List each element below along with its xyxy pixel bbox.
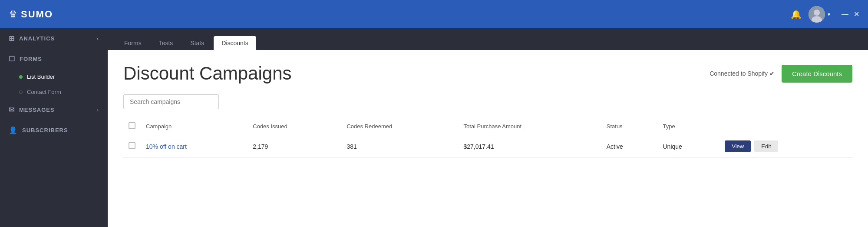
close-button[interactable]: ✕ <box>854 10 859 18</box>
cell-type: Unique <box>658 135 720 158</box>
col-header-actions <box>719 118 852 135</box>
sidebar-item-analytics[interactable]: ⊞ Analytics › <box>0 28 108 49</box>
sidebar-item-subscribers[interactable]: 👤 Subscribers <box>0 120 108 140</box>
chevron-right-icon: › <box>97 36 99 41</box>
inactive-dot-icon <box>19 90 23 94</box>
main-layout: ⊞ Analytics › ☐ Forms List Builder Conta… <box>0 28 868 227</box>
top-right: 🔔 ▾ — ✕ <box>791 6 859 23</box>
svg-point-1 <box>814 10 820 16</box>
row-checkbox-cell <box>123 135 141 158</box>
logo-area: ♛ SUMO <box>9 9 53 20</box>
minimize-button[interactable]: — <box>842 10 848 18</box>
cell-codes-issued: 2,179 <box>248 135 341 158</box>
tab-label: Stats <box>190 40 204 47</box>
header-right: Connected to Shopify ✔ Create Discounts <box>710 65 852 83</box>
avatar-area[interactable]: ▾ <box>809 6 830 23</box>
cell-campaign: 10% off on cart <box>141 135 248 158</box>
connected-shopify-status: Connected to Shopify ✔ <box>710 70 775 77</box>
content-area: Forms Tests Stats Discounts Discount Cam… <box>108 28 868 227</box>
sidebar-subitem-list-builder[interactable]: List Builder <box>0 69 108 84</box>
edit-button[interactable]: Edit <box>754 140 778 152</box>
page-content: Discount Campaigns Connected to Shopify … <box>108 50 868 227</box>
tab-label: Forms <box>124 40 142 47</box>
top-bar: ♛ SUMO 🔔 ▾ — ✕ <box>0 0 868 28</box>
table-header-row: Campaign Codes Issued Codes Redeemed Tot… <box>123 118 852 135</box>
create-discounts-button[interactable]: Create Discounts <box>782 65 852 83</box>
tab-discounts[interactable]: Discounts <box>214 36 256 50</box>
view-button[interactable]: View <box>725 140 751 152</box>
sidebar-item-messages[interactable]: ✉ Messages › <box>0 100 108 120</box>
select-all-checkbox[interactable] <box>129 122 135 129</box>
avatar <box>809 6 825 23</box>
col-header-status: Status <box>601 118 658 135</box>
sidebar-item-label: Analytics <box>19 35 55 42</box>
tab-label: Discounts <box>221 40 248 47</box>
active-dot-icon <box>19 75 23 79</box>
logo-icon: ♛ <box>9 9 17 20</box>
campaign-link[interactable]: 10% off on cart <box>146 143 187 150</box>
col-header-codes-issued: Codes Issued <box>248 118 341 135</box>
col-header-campaign: Campaign <box>141 118 248 135</box>
sidebar-item-forms[interactable]: ☐ Forms <box>0 49 108 69</box>
messages-icon: ✉ <box>9 106 15 114</box>
cell-total-purchase: $27,017.41 <box>458 135 601 158</box>
sidebar-subitem-label: Contact Form <box>27 89 61 95</box>
cell-actions: View Edit <box>719 135 852 158</box>
page-header: Discount Campaigns Connected to Shopify … <box>123 63 852 84</box>
sidebar-subitem-label: List Builder <box>27 73 55 80</box>
campaigns-table: Campaign Codes Issued Codes Redeemed Tot… <box>123 118 852 158</box>
sidebar-item-label: Subscribers <box>22 127 68 134</box>
col-header-total-purchase: Total Purchase Amount <box>458 118 601 135</box>
row-checkbox[interactable] <box>129 142 135 149</box>
sidebar-item-label: Messages <box>19 107 55 113</box>
col-header-type: Type <box>658 118 720 135</box>
tab-label: Tests <box>159 40 173 47</box>
chevron-right-icon: › <box>97 107 99 113</box>
page-title: Discount Campaigns <box>123 63 292 84</box>
subscribers-icon: 👤 <box>9 126 18 134</box>
chevron-down-icon: ▾ <box>828 11 830 17</box>
grid-icon: ⊞ <box>9 34 15 43</box>
cell-status: Active <box>601 135 658 158</box>
sidebar-subitem-contact-form[interactable]: Contact Form <box>0 84 108 100</box>
search-input[interactable] <box>123 94 219 109</box>
bell-icon[interactable]: 🔔 <box>791 9 802 20</box>
tab-tests[interactable]: Tests <box>151 36 181 50</box>
sidebar: ⊞ Analytics › ☐ Forms List Builder Conta… <box>0 28 108 227</box>
tab-bar: Forms Tests Stats Discounts <box>108 28 868 50</box>
select-all-header <box>123 118 141 135</box>
action-buttons: View Edit <box>725 140 847 152</box>
tab-forms[interactable]: Forms <box>116 36 149 50</box>
window-controls: — ✕ <box>842 10 859 18</box>
tab-stats[interactable]: Stats <box>182 36 212 50</box>
col-header-codes-redeemed: Codes Redeemed <box>341 118 458 135</box>
sidebar-item-label: Forms <box>20 56 42 62</box>
cell-codes-redeemed: 381 <box>341 135 458 158</box>
forms-icon: ☐ <box>9 55 15 63</box>
table-row: 10% off on cart 2,179 381 $27,017.41 Act… <box>123 135 852 158</box>
logo-text: SUMO <box>21 9 53 20</box>
